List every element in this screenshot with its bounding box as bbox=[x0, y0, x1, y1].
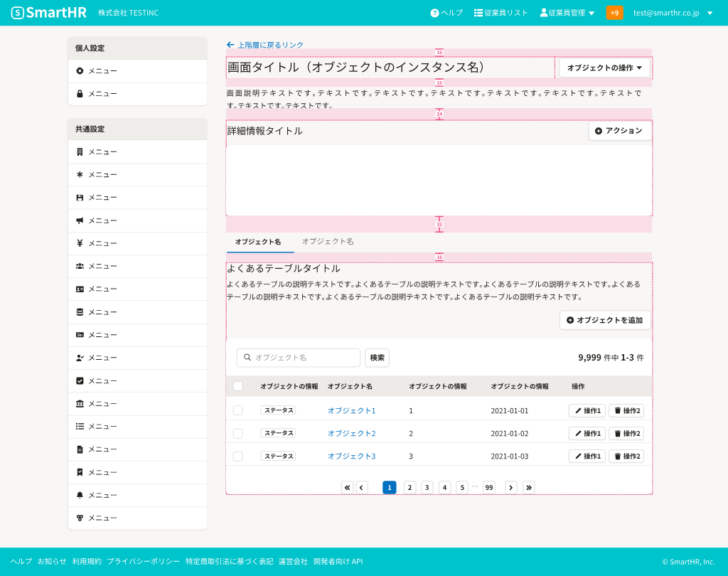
svg-text:Sin: Sin bbox=[77, 334, 82, 337]
svg-text:?: ? bbox=[433, 9, 437, 16]
